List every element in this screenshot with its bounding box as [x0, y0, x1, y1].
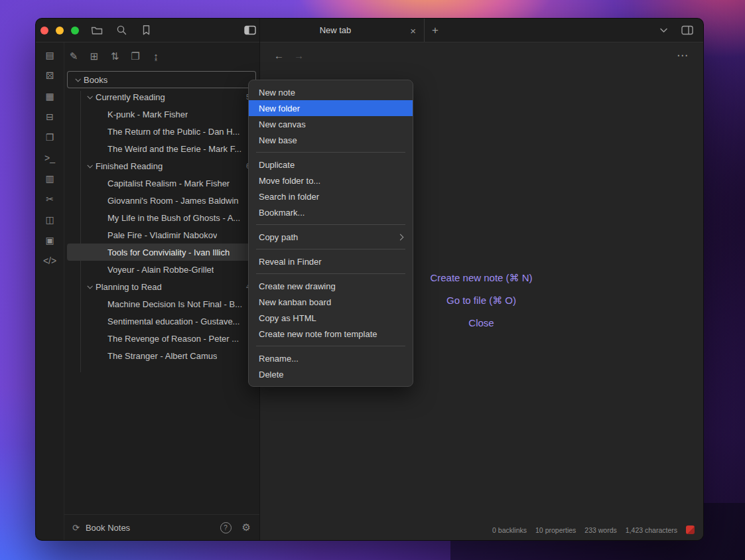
command-palette-icon[interactable]: >_: [44, 153, 55, 164]
tree-item-label: Sentimental education - Gustave...: [107, 316, 239, 326]
more-options-icon[interactable]: ⋯: [677, 48, 689, 62]
help-icon[interactable]: ?: [220, 522, 232, 533]
menu-item-delete[interactable]: Delete: [249, 366, 413, 382]
tab-new-tab[interactable]: New tab ×: [264, 19, 425, 42]
change-sort-order-icon[interactable]: ⇅: [109, 50, 120, 62]
collapse-all-icon[interactable]: ↨: [151, 50, 161, 62]
folder-icon[interactable]: [91, 25, 103, 36]
menu-divider: [256, 152, 405, 153]
tree-file-voyeur[interactable]: Voyeur - Alain Robbe-Grillet: [67, 261, 256, 278]
tree-file-k-punk[interactable]: K-punk - Mark Fisher: [67, 105, 256, 123]
minimize-window-button[interactable]: [56, 27, 64, 35]
file-explorer: ✎ ⊞ ⇅ ❐ ↨ Books: [64, 42, 259, 540]
menu-item-bookmark[interactable]: Bookmark...: [249, 204, 413, 220]
tree-folder-planning-to-read[interactable]: Planning to Read 4: [67, 278, 256, 295]
menu-item-new-kanban-board[interactable]: New kanban board: [249, 294, 413, 310]
menu-item-search-in-folder[interactable]: Search in folder: [249, 188, 413, 204]
tab-bar: New tab × +: [264, 19, 703, 42]
excalidraw-icon[interactable]: ✂: [46, 194, 54, 205]
tree-file-the-stranger[interactable]: The Stranger - Albert Camus: [67, 347, 256, 364]
excalidraw-status-icon[interactable]: [686, 525, 695, 534]
tree-file-my-life-in-the-bush[interactable]: My Life in the Bush of Ghosts - A...: [67, 209, 256, 226]
new-folder-icon[interactable]: ⊞: [89, 50, 100, 62]
tree-file-machine-decision[interactable]: Machine Decision Is Not Final - B...: [67, 295, 256, 313]
create-new-note-link[interactable]: Create new note (⌘ N): [430, 272, 532, 284]
settings-icon[interactable]: ⚙: [242, 522, 251, 533]
tree-file-weird-and-eerie[interactable]: The Weird and the Eerie - Mark F...: [67, 140, 256, 157]
forward-arrow-icon[interactable]: →: [294, 50, 304, 61]
tree-item-label: My Life in the Bush of Ghosts - A...: [107, 213, 240, 223]
tree-file-tools-for-conviviality[interactable]: Tools for Conviviality - Ivan Illich: [67, 244, 256, 261]
file-icon[interactable]: ▤: [45, 50, 54, 61]
tree-folder-books[interactable]: Books: [67, 71, 256, 88]
menu-item-reveal-in-finder[interactable]: Reveal in Finder: [249, 253, 413, 269]
go-to-file-link[interactable]: Go to file (⌘ O): [446, 295, 516, 307]
canvas-icon[interactable]: ▦: [45, 91, 54, 102]
tree-item-label: Pale Fire - Vladimir Nabokov: [107, 230, 217, 240]
menu-divider: [256, 224, 405, 225]
left-sidebar-toggle-icon[interactable]: [244, 25, 256, 36]
menu-item-copy-path[interactable]: Copy path: [249, 229, 413, 245]
close-window-button[interactable]: [40, 27, 48, 35]
tab-list-chevron-icon[interactable]: [659, 27, 668, 33]
bookmark-icon[interactable]: [140, 25, 152, 36]
tree-file-capitalist-realism[interactable]: Capitalist Realism - Mark Fisher: [67, 175, 256, 192]
html-icon[interactable]: </>: [43, 255, 56, 267]
zoom-window-button[interactable]: [71, 27, 79, 35]
status-items: 0 backlinks 10 properties 233 words 1,42…: [492, 526, 677, 534]
menu-item-new-canvas[interactable]: New canvas: [249, 116, 413, 132]
chevron-down-icon[interactable]: [84, 164, 96, 168]
new-tab-button[interactable]: +: [432, 25, 439, 36]
tree-folder-currently-reading[interactable]: Currently Reading 5: [67, 88, 256, 105]
menu-item-new-base[interactable]: New base: [249, 132, 413, 148]
status-words: 233 words: [584, 526, 616, 534]
menu-item-new-folder[interactable]: New folder: [249, 100, 413, 116]
context-menu: New note New folder New canvas New base: [248, 80, 413, 387]
tree-file-pale-fire[interactable]: Pale Fire - Vladimir Nabokov: [67, 226, 256, 244]
vault-name[interactable]: Book Notes: [86, 523, 130, 533]
tree-item-label: Voyeur - Alain Robbe-Grillet: [107, 265, 214, 275]
back-arrow-icon[interactable]: ←: [274, 50, 284, 61]
tree-file-return-of-the-public[interactable]: The Return of the Public - Dan H...: [67, 123, 256, 140]
tree-file-sentimental-education[interactable]: Sentimental education - Gustave...: [67, 313, 256, 330]
ribbon: ▤ ⚄ ▦ ⊟ ❐ >_ ▥ ✂ ◫ ▣ </>: [36, 42, 64, 540]
new-note-icon[interactable]: ✎: [68, 50, 79, 62]
menu-item-copy-as-html[interactable]: Copy as HTML: [249, 310, 413, 326]
chevron-down-icon[interactable]: [72, 78, 84, 82]
tree-file-giovannis-room[interactable]: Giovanni's Room - James Baldwin: [67, 192, 256, 209]
menu-item-label: Create new note from template: [259, 329, 377, 339]
tree-item-label: Giovanni's Room - James Baldwin: [107, 196, 239, 206]
reading-view-icon[interactable]: ▣: [45, 235, 54, 246]
tree-item-label: Planning to Read: [96, 282, 162, 292]
tree-item-label: The Stranger - Albert Camus: [107, 351, 217, 361]
menu-item-create-new-drawing[interactable]: Create new drawing: [249, 278, 413, 294]
menu-item-label: New base: [259, 135, 297, 145]
tree-item-label: Machine Decision Is Not Final - B...: [107, 299, 242, 309]
close-tab-icon[interactable]: ×: [410, 25, 416, 35]
tree-file-revenge-of-reason[interactable]: The Revenge of Reason - Peter ...: [67, 330, 256, 347]
tree-item-label: Currently Reading: [96, 92, 165, 102]
tree-item-label: Tools for Conviviality - Ivan Illich: [107, 247, 230, 257]
menu-divider: [256, 273, 405, 274]
menu-item-new-note[interactable]: New note: [249, 84, 413, 100]
menu-item-move-folder-to[interactable]: Move folder to...: [249, 173, 413, 188]
chevron-down-icon[interactable]: [84, 95, 96, 99]
kanban-icon[interactable]: ▥: [45, 173, 54, 184]
slides-icon[interactable]: ◫: [45, 214, 54, 226]
menu-item-rename[interactable]: Rename...: [249, 350, 413, 366]
menu-item-create-new-note-from-template[interactable]: Create new note from template: [249, 326, 413, 342]
close-link[interactable]: Close: [468, 317, 494, 328]
vault-switcher-icon[interactable]: ⟳: [72, 523, 80, 533]
menu-item-duplicate[interactable]: Duplicate: [249, 157, 413, 173]
menu-divider: [256, 249, 405, 249]
tree-folder-finished-reading[interactable]: Finished Reading 6: [67, 157, 256, 175]
show-attachments-icon[interactable]: ❐: [130, 50, 141, 62]
ribbon-divider: [64, 42, 64, 540]
chevron-down-icon[interactable]: [84, 285, 96, 289]
templates-icon[interactable]: ❐: [46, 132, 54, 143]
daily-notes-icon[interactable]: ⊟: [46, 111, 54, 123]
search-icon[interactable]: [115, 25, 127, 36]
right-sidebar-toggle-icon[interactable]: [681, 25, 693, 35]
status-backlinks: 0 backlinks: [492, 526, 527, 534]
random-note-icon[interactable]: ⚄: [46, 70, 54, 82]
